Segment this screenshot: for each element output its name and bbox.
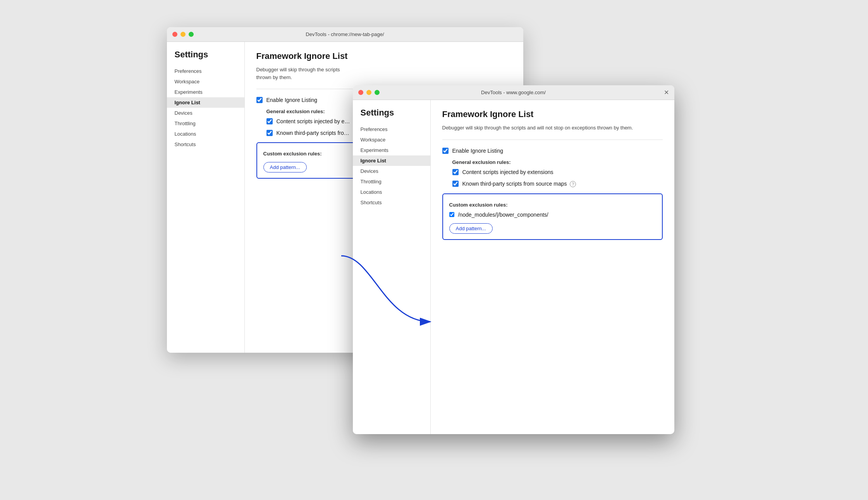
window-controls-front[interactable] (358, 90, 380, 95)
rule2-checkbox-front[interactable] (452, 181, 459, 187)
enable-ignore-listing-checkbox-back[interactable] (256, 97, 263, 103)
main-title-back: Framework Ignore List (256, 51, 512, 61)
window-title-back: DevTools - chrome://new-tab-page/ (306, 31, 384, 37)
sidebar-heading-front: Settings (353, 108, 430, 124)
sidebar-item-workspace-front[interactable]: Workspace (353, 134, 430, 145)
sidebar-item-experiments-front[interactable]: Experiments (353, 145, 430, 155)
sidebar-item-workspace-back[interactable]: Workspace (167, 76, 244, 87)
window-close-x-front[interactable]: ✕ (664, 90, 669, 96)
custom-rule-value-front: /node_modules/|/bower_components/ (458, 212, 548, 218)
main-content-front: Framework Ignore List Debugger will skip… (430, 100, 674, 434)
rule2-label-back: Known third-party scripts fro… (277, 130, 349, 136)
close-btn-front[interactable] (358, 90, 363, 95)
sidebar-item-devices-front[interactable]: Devices (353, 166, 430, 176)
divider-front (442, 140, 663, 140)
sidebar-item-ignorelist-front[interactable]: Ignore List (353, 155, 430, 166)
sidebar-item-preferences-back[interactable]: Preferences (167, 66, 244, 76)
custom-exclusion-label-front: Custom exclusion rules: (449, 202, 656, 208)
enable-ignore-listing-label-back: Enable Ignore Listing (266, 97, 318, 103)
minimize-btn-front[interactable] (366, 90, 371, 95)
maximize-btn-back[interactable] (189, 32, 194, 37)
sidebar-item-throttling-back[interactable]: Throttling (167, 118, 244, 129)
add-pattern-btn-front[interactable]: Add pattern... (449, 223, 493, 234)
rule1-label-front: Content scripts injected by extensions (462, 169, 553, 175)
enable-ignore-listing-row-front: Enable Ignore Listing (442, 148, 663, 154)
devtools-window-front: DevTools - www.google.com/ ✕ Settings Pr… (353, 85, 674, 434)
rule1-row-front: Content scripts injected by extensions (452, 169, 663, 175)
sidebar-item-locations-front[interactable]: Locations (353, 187, 430, 197)
sidebar-item-shortcuts-front[interactable]: Shortcuts (353, 197, 430, 208)
sidebar-item-shortcuts-back[interactable]: Shortcuts (167, 139, 244, 150)
rule2-row-front: Known third-party scripts from source ma… (452, 181, 663, 187)
titlebar-front: DevTools - www.google.com/ ✕ (353, 85, 674, 100)
sidebar-item-preferences-front[interactable]: Preferences (353, 124, 430, 134)
close-btn-back[interactable] (172, 32, 177, 37)
sidebar-item-devices-back[interactable]: Devices (167, 108, 244, 118)
help-icon-front[interactable]: ? (570, 181, 576, 187)
sidebar-item-throttling-front[interactable]: Throttling (353, 176, 430, 187)
custom-rule-checkbox-front[interactable] (449, 212, 454, 217)
rule2-checkbox-back[interactable] (266, 130, 273, 136)
maximize-btn-front[interactable] (375, 90, 380, 95)
sidebar-item-locations-back[interactable]: Locations (167, 129, 244, 139)
main-description-front: Debugger will skip through the scripts a… (442, 124, 663, 132)
sidebar-front: Settings Preferences Workspace Experimen… (353, 100, 430, 434)
exclusion-rules-front: Content scripts injected by extensions K… (452, 169, 663, 187)
enable-ignore-listing-checkbox-front[interactable] (442, 148, 449, 154)
rule1-label-back: Content scripts injected by e… (277, 118, 350, 124)
sidebar-heading-back: Settings (167, 50, 244, 66)
devtools-content-front: Settings Preferences Workspace Experimen… (353, 100, 674, 434)
window-title-front: DevTools - www.google.com/ (481, 90, 546, 95)
rule2-label-front: Known third-party scripts from source ma… (462, 181, 576, 187)
window-controls-back[interactable] (172, 32, 194, 37)
minimize-btn-back[interactable] (180, 32, 186, 37)
rule1-checkbox-front[interactable] (452, 169, 459, 175)
main-description-back: Debugger will skip through the scriptsth… (256, 66, 512, 81)
general-exclusion-label-front: General exclusion rules: (452, 159, 663, 165)
sidebar-back: Settings Preferences Workspace Experimen… (167, 42, 244, 353)
custom-rule-row-front: /node_modules/|/bower_components/ (449, 212, 656, 218)
sidebar-item-experiments-back[interactable]: Experiments (167, 87, 244, 97)
rule1-checkbox-back[interactable] (266, 118, 273, 124)
main-title-front: Framework Ignore List (442, 109, 663, 119)
titlebar-back: DevTools - chrome://new-tab-page/ (167, 27, 523, 42)
add-pattern-btn-back[interactable]: Add pattern... (263, 162, 307, 172)
enable-ignore-listing-label-front: Enable Ignore Listing (452, 148, 504, 154)
sidebar-item-ignorelist-back[interactable]: Ignore List (167, 97, 244, 108)
custom-exclusion-box-front: Custom exclusion rules: /node_modules/|/… (442, 193, 663, 240)
